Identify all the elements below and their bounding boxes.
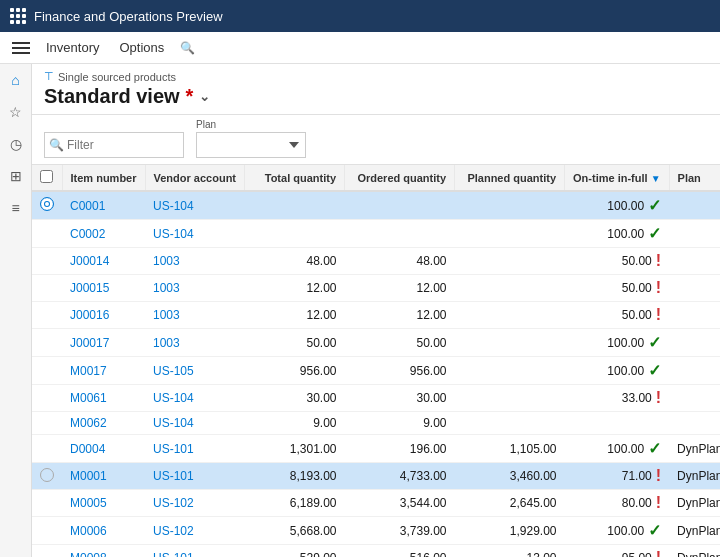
item-link[interactable]: M0017 (70, 364, 107, 378)
vendor-link[interactable]: 1003 (153, 254, 180, 268)
row-item[interactable]: M0017 (62, 357, 145, 385)
item-link[interactable]: J00016 (70, 308, 109, 322)
row-item[interactable]: C0002 (62, 220, 145, 248)
vendor-link[interactable]: US-101 (153, 442, 194, 456)
table-row[interactable]: C0002US-104100.00✓ (32, 220, 720, 248)
sidebar-list-icon[interactable]: ≡ (4, 196, 28, 220)
col-header-check[interactable] (32, 165, 62, 191)
select-all-checkbox[interactable] (40, 170, 53, 183)
row-vendor: US-104 (145, 385, 245, 412)
row-check-cell[interactable] (32, 385, 62, 412)
item-link[interactable]: M0001 (70, 469, 107, 483)
filter-input-wrap: 🔍 (44, 132, 184, 158)
vendor-link[interactable]: 1003 (153, 281, 180, 295)
col-header-vendor[interactable]: Vendor account (145, 165, 245, 191)
row-check-cell[interactable] (32, 302, 62, 329)
sidebar-clock-icon[interactable]: ◷ (4, 132, 28, 156)
menu-inventory[interactable]: Inventory (38, 36, 107, 59)
item-link[interactable]: J00014 (70, 254, 109, 268)
table-row[interactable]: C0001US-104100.00✓ (32, 191, 720, 220)
row-vendor: US-104 (145, 220, 245, 248)
table-row[interactable]: J00014100348.0048.0050.00! (32, 248, 720, 275)
row-radio[interactable] (40, 468, 54, 482)
table-row[interactable]: D0004US-1011,301.00196.001,105.00100.00✓… (32, 435, 720, 463)
row-item[interactable]: J00016 (62, 302, 145, 329)
table-row[interactable]: J00017100350.0050.00100.00✓ (32, 329, 720, 357)
row-item[interactable]: M0001 (62, 463, 145, 490)
row-check-cell[interactable] (32, 329, 62, 357)
row-item[interactable]: C0001 (62, 191, 145, 220)
table-row[interactable]: M0008US-101529.00516.0013.0095.00!DynPla… (32, 545, 720, 558)
col-header-item[interactable]: Item number (62, 165, 145, 191)
item-link[interactable]: M0062 (70, 416, 107, 430)
item-link[interactable]: D0004 (70, 442, 105, 456)
item-link[interactable]: M0006 (70, 524, 107, 538)
row-check-cell[interactable] (32, 191, 62, 220)
row-check-cell[interactable] (32, 357, 62, 385)
row-check-cell[interactable] (32, 275, 62, 302)
row-check-cell[interactable] (32, 463, 62, 490)
table-row[interactable]: M0006US-1025,668.003,739.001,929.00100.0… (32, 517, 720, 545)
col-header-planned[interactable]: Planned quantity (455, 165, 565, 191)
item-link[interactable]: C0001 (70, 199, 105, 213)
col-header-total[interactable]: Total quantity (245, 165, 345, 191)
col-header-ontime[interactable]: On-time in-full ▼ (565, 165, 670, 191)
row-vendor: US-105 (145, 357, 245, 385)
sidebar-home-icon[interactable]: ⌂ (4, 68, 28, 92)
table-wrap[interactable]: Item number Vendor account Total quantit… (32, 165, 720, 557)
table-row[interactable]: M0062US-1049.009.00 (32, 412, 720, 435)
row-item[interactable]: M0062 (62, 412, 145, 435)
item-link[interactable]: J00015 (70, 281, 109, 295)
item-link[interactable]: M0008 (70, 551, 107, 557)
vendor-link[interactable]: 1003 (153, 336, 180, 350)
row-item[interactable]: M0008 (62, 545, 145, 558)
row-item[interactable]: J00014 (62, 248, 145, 275)
row-radio[interactable] (40, 197, 54, 211)
row-item[interactable]: D0004 (62, 435, 145, 463)
sidebar-grid-icon[interactable]: ⊞ (4, 164, 28, 188)
row-check-cell[interactable] (32, 412, 62, 435)
row-vendor: 1003 (145, 248, 245, 275)
view-dropdown-chevron[interactable]: ⌄ (199, 89, 210, 104)
sidebar-star-icon[interactable]: ☆ (4, 100, 28, 124)
vendor-link[interactable]: US-104 (153, 199, 194, 213)
hamburger-menu[interactable] (8, 38, 34, 58)
table-row[interactable]: M0005US-1026,189.003,544.002,645.0080.00… (32, 490, 720, 517)
vendor-link[interactable]: US-101 (153, 469, 194, 483)
menu-options[interactable]: Options (111, 36, 172, 59)
row-check-cell[interactable] (32, 517, 62, 545)
row-item[interactable]: J00015 (62, 275, 145, 302)
vendor-link[interactable]: US-102 (153, 496, 194, 510)
filter-input[interactable] (44, 132, 184, 158)
table-row[interactable]: J00016100312.0012.0050.00! (32, 302, 720, 329)
row-check-cell[interactable] (32, 435, 62, 463)
status-warn-icon: ! (656, 549, 661, 557)
vendor-link[interactable]: US-101 (153, 551, 194, 557)
item-link[interactable]: J00017 (70, 336, 109, 350)
row-item[interactable]: J00017 (62, 329, 145, 357)
row-check-cell[interactable] (32, 490, 62, 517)
table-row[interactable]: J00015100312.0012.0050.00! (32, 275, 720, 302)
row-check-cell[interactable] (32, 220, 62, 248)
row-item[interactable]: M0005 (62, 490, 145, 517)
col-header-ordered[interactable]: Ordered quantity (345, 165, 455, 191)
row-check-cell[interactable] (32, 545, 62, 558)
item-link[interactable]: C0002 (70, 227, 105, 241)
vendor-link[interactable]: US-104 (153, 416, 194, 430)
table-row[interactable]: M0017US-105956.00956.00100.00✓ (32, 357, 720, 385)
vendor-link[interactable]: US-104 (153, 391, 194, 405)
table-row[interactable]: M0061US-10430.0030.0033.00! (32, 385, 720, 412)
vendor-link[interactable]: 1003 (153, 308, 180, 322)
row-item[interactable]: M0061 (62, 385, 145, 412)
plan-select[interactable]: DynPlan (196, 132, 306, 158)
menu-search-icon[interactable]: 🔍 (176, 37, 199, 59)
vendor-link[interactable]: US-104 (153, 227, 194, 241)
table-row[interactable]: M0001US-1018,193.004,733.003,460.0071.00… (32, 463, 720, 490)
col-header-plan[interactable]: Plan (669, 165, 720, 191)
item-link[interactable]: M0061 (70, 391, 107, 405)
row-item[interactable]: M0006 (62, 517, 145, 545)
vendor-link[interactable]: US-102 (153, 524, 194, 538)
vendor-link[interactable]: US-105 (153, 364, 194, 378)
item-link[interactable]: M0005 (70, 496, 107, 510)
row-check-cell[interactable] (32, 248, 62, 275)
